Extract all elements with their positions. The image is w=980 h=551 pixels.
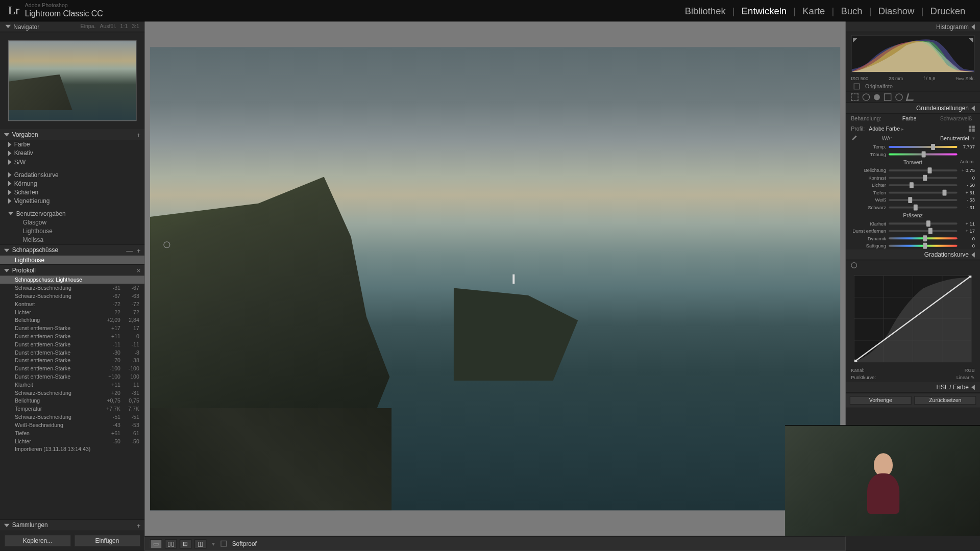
before-after-lr-button[interactable]: ▯▯ (165, 539, 177, 548)
zoom-1-1[interactable]: 1:1 (120, 23, 128, 30)
auto-tone-button[interactable]: Autom. (960, 159, 975, 164)
history-row[interactable]: Schwarz-Beschneidung-67-63 (0, 292, 144, 300)
slider-klarheit[interactable]: Klarheit+ 11 (846, 220, 980, 227)
histogram-header[interactable]: Histogramm (846, 21, 980, 32)
navigator-thumbnail[interactable] (8, 40, 137, 121)
user-preset-item[interactable]: Lighthouse (0, 227, 144, 235)
module-library[interactable]: Bibliothek (678, 3, 732, 19)
slider-sttigung[interactable]: Sättigung0 (846, 242, 980, 249)
histogram-display[interactable]: ◤ ◥ (851, 35, 975, 73)
before-after-split-button[interactable]: ◫ (194, 539, 207, 548)
slider-wei[interactable]: Weiß- 53 (846, 196, 980, 204)
slider-kontrast[interactable]: Kontrast0 (846, 174, 980, 181)
before-after-tb-button[interactable]: ⊟ (180, 539, 192, 548)
add-collection-icon[interactable]: + (137, 521, 141, 529)
redeye-tool-icon[interactable] (874, 94, 880, 100)
history-row[interactable]: Importieren (13.11.18 13:14:43) (0, 445, 144, 454)
tonecurve-header[interactable]: Gradationskurve (846, 249, 980, 260)
preset-group[interactable]: Farbe (0, 140, 144, 148)
history-row[interactable]: Dunst entfernen-Stärke+110 (0, 332, 144, 340)
slider-tiefen[interactable]: Tiefen+ 61 (846, 189, 980, 196)
profile-row[interactable]: Profil: Adobe Farbe ▸ (846, 124, 980, 134)
original-checkbox[interactable] (854, 83, 860, 89)
navigator-header[interactable]: Navigator Einpa. Ausfül. 1:1 3:1 (0, 21, 144, 32)
preset-group[interactable]: Gradationskurve (0, 170, 144, 179)
wb-row[interactable]: WA: Benutzerdef. ▾ (846, 134, 980, 143)
copy-button[interactable]: Kopieren... (4, 535, 71, 547)
preset-group[interactable]: Körnung (0, 179, 144, 188)
slider-dynamik[interactable]: Dynamik0 (846, 235, 980, 242)
history-row[interactable]: Schwarz-Beschneidung-31-67 (0, 284, 144, 292)
history-row[interactable]: Schnappschuss: Lighthouse (0, 276, 144, 284)
presets-header[interactable]: Vorgaben + (0, 129, 144, 140)
history-row[interactable]: Tiefen+6161 (0, 429, 144, 437)
paste-button[interactable]: Einfügen (74, 535, 140, 547)
treat-color[interactable]: Farbe (899, 116, 919, 122)
dropdown-icon[interactable]: ▾ (212, 540, 215, 547)
add-snapshot-icon[interactable]: — + (126, 246, 140, 254)
history-header[interactable]: Protokoll × (0, 265, 144, 276)
curve-point-row[interactable]: Punktkurve: Linear ✎ (846, 374, 980, 382)
history-row[interactable]: Weiß-Beschneidung-43-53 (0, 421, 144, 429)
module-slideshow[interactable]: Diashow (871, 3, 921, 19)
module-map[interactable]: Karte (796, 3, 831, 19)
slider-tnung[interactable]: Tönung (846, 151, 980, 158)
hsl-header[interactable]: HSL / Farbe (846, 382, 980, 393)
preset-group[interactable]: Vignettierung (0, 196, 144, 205)
history-row[interactable]: Lichter-22-72 (0, 308, 144, 316)
history-row[interactable]: Belichtung+0,750,75 (0, 397, 144, 405)
collections-header[interactable]: Sammlungen + (0, 520, 144, 531)
history-row[interactable]: Kontrast-72-72 (0, 300, 144, 308)
gradient-tool-icon[interactable] (884, 93, 891, 101)
preset-group[interactable]: Schärfen (0, 188, 144, 196)
history-row[interactable]: Klarheit+1111 (0, 381, 144, 389)
loupe-view-button[interactable]: ▭ (150, 539, 162, 548)
clip-shadow-icon[interactable]: ◤ (853, 37, 857, 43)
eyedropper-icon[interactable] (851, 135, 857, 142)
snapshot-item[interactable]: Lighthouse (0, 256, 144, 264)
history-row[interactable]: Dunst entfernen-Stärke+100100 (0, 372, 144, 381)
pencil-icon[interactable]: ✎ (971, 375, 975, 380)
history-row[interactable]: Dunst entfernen-Stärke-30-8 (0, 348, 144, 357)
slider-belichtung[interactable]: Belichtung+ 0,75 (846, 167, 980, 174)
module-develop[interactable]: Entwickeln (735, 3, 794, 19)
softproof-checkbox[interactable] (220, 541, 227, 547)
user-preset-item[interactable]: Glasgow (0, 218, 144, 227)
history-row[interactable]: Lichter-50-50 (0, 437, 144, 445)
brush-tool-icon[interactable] (906, 93, 915, 101)
history-row[interactable]: Dunst entfernen-Stärke+1717 (0, 324, 144, 332)
previous-button[interactable]: Vorherige (850, 396, 912, 405)
crop-tool-icon[interactable] (851, 93, 858, 101)
slider-dunstentfernen[interactable]: Dunst entfernen+ 17 (846, 227, 980, 234)
history-row[interactable]: Dunst entfernen-Stärke-70-38 (0, 357, 144, 365)
profile-browser-icon[interactable] (969, 126, 975, 132)
snapshots-header[interactable]: Schnappschüsse — + (0, 245, 144, 256)
treat-bw[interactable]: Schwarzweiß (938, 116, 975, 122)
preset-group[interactable]: Kreativ (0, 148, 144, 157)
slider-lichter[interactable]: Lichter- 50 (846, 182, 980, 189)
tonecurve-display[interactable] (854, 275, 972, 362)
history-row[interactable]: Dunst entfernen-Stärke-11-11 (0, 340, 144, 348)
slider-schwarz[interactable]: Schwarz- 31 (846, 204, 980, 211)
radial-tool-icon[interactable] (895, 93, 902, 101)
zoom-fill[interactable]: Ausfül. (100, 23, 116, 30)
slider-temp[interactable]: Temp.7.707 (846, 143, 980, 151)
add-preset-icon[interactable]: + (137, 131, 141, 138)
module-book[interactable]: Buch (834, 3, 869, 19)
zoom-fit[interactable]: Einpa. (81, 23, 96, 30)
original-photo-row[interactable]: Originalfoto (846, 82, 980, 91)
history-row[interactable]: Dunst entfernen-Stärke-100-100 (0, 364, 144, 372)
reset-button[interactable]: Zurücksetzen (914, 396, 976, 405)
module-print[interactable]: Drucken (923, 3, 972, 19)
history-row[interactable]: Temperatur+7,7K7,7K (0, 405, 144, 413)
zoom-3-1[interactable]: 3:1 (132, 23, 139, 30)
history-row[interactable]: Schwarz-Beschneidung-51-51 (0, 413, 144, 421)
clip-highlight-icon[interactable]: ◥ (969, 37, 973, 43)
basic-header[interactable]: Grundeinstellungen (846, 103, 980, 114)
preset-group[interactable]: S/W (0, 157, 144, 166)
user-preset-item[interactable]: Melissa (0, 235, 144, 244)
curve-channel-row[interactable]: Kanal: RGB (846, 366, 980, 373)
user-presets-group[interactable]: Benutzervorgaben (0, 209, 144, 218)
clear-history-icon[interactable]: × (137, 267, 141, 274)
history-row[interactable]: Schwarz-Beschneidung+20-31 (0, 389, 144, 397)
